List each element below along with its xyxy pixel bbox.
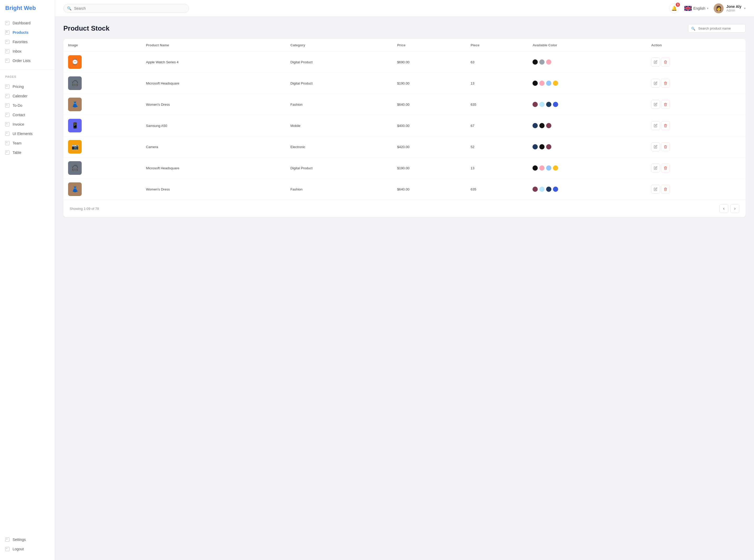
edit-product-button[interactable] xyxy=(651,58,660,66)
product-piece-cell: 13 xyxy=(466,158,528,179)
sidebar-item-todo[interactable]: To-Do xyxy=(0,101,55,110)
edit-product-button[interactable] xyxy=(651,185,660,194)
search-product-icon: 🔍 xyxy=(691,26,695,31)
header-search-icon: 🔍 xyxy=(67,6,72,11)
sidebar-item-calender[interactable]: Calender xyxy=(0,91,55,101)
ui-elements-icon xyxy=(5,132,9,136)
avatar: 👩 xyxy=(714,3,723,13)
edit-product-button[interactable] xyxy=(651,163,660,173)
edit-product-button[interactable] xyxy=(651,79,660,88)
col-price: Price xyxy=(392,39,466,52)
delete-product-button[interactable] xyxy=(661,185,670,194)
delete-product-button[interactable] xyxy=(661,58,670,66)
sidebar-item-settings[interactable]: Settings xyxy=(0,535,55,544)
header-search-input[interactable] xyxy=(63,4,189,13)
color-dot xyxy=(546,144,552,149)
product-category-cell: Mobile xyxy=(286,115,392,136)
logo: Bright Web xyxy=(0,0,55,16)
next-page-button[interactable]: › xyxy=(731,204,739,213)
pricing-icon xyxy=(5,84,9,89)
sidebar-item-favorites[interactable]: Favorites xyxy=(0,37,55,46)
product-price-cell: $190.00 xyxy=(392,158,466,179)
delete-product-button[interactable] xyxy=(661,142,670,151)
product-colors-cell xyxy=(528,136,646,158)
product-category-cell: Fashion xyxy=(286,179,392,200)
edit-product-button[interactable] xyxy=(651,121,660,130)
edit-product-button[interactable] xyxy=(651,142,660,151)
calender-icon xyxy=(5,94,9,98)
search-product-input[interactable] xyxy=(688,24,746,33)
product-category-cell: Digital Product xyxy=(286,73,392,94)
col-category: Category xyxy=(286,39,392,52)
product-image-cell: 🎧 xyxy=(63,158,141,179)
sidebar-item-invoice[interactable]: Invoice xyxy=(0,120,55,129)
user-info[interactable]: 👩 Jone Aly Admin ▾ xyxy=(714,3,746,13)
product-price-cell: $690.00 xyxy=(392,52,466,73)
notification-button[interactable]: 🔔 6 xyxy=(669,3,679,13)
bottom-nav: Settings Logout xyxy=(0,533,55,556)
color-dot xyxy=(533,81,538,86)
delete-product-button[interactable] xyxy=(661,79,670,88)
sidebar-item-label: UI Elements xyxy=(13,132,33,136)
sidebar-item-contact[interactable]: Contact xyxy=(0,110,55,120)
sidebar-item-dashboard[interactable]: Dashboard xyxy=(0,18,55,28)
header: 🔍 🔔 6 English ▾ xyxy=(55,0,754,17)
pagination-info: Showing 1-09 of 78 xyxy=(70,207,99,211)
product-piece-cell: 13 xyxy=(466,73,528,94)
page-title: Product Stock xyxy=(63,24,110,33)
product-name-cell: Women's Dress xyxy=(141,94,286,115)
edit-product-button[interactable] xyxy=(651,100,660,109)
sidebar-item-logout[interactable]: Logout xyxy=(0,544,55,554)
color-dot xyxy=(546,59,552,65)
color-dot xyxy=(533,102,538,107)
product-image: 📱 xyxy=(68,119,82,133)
table-icon xyxy=(5,151,9,155)
color-dot xyxy=(546,81,552,86)
product-price-cell: $400.00 xyxy=(392,115,466,136)
language-selector[interactable]: English ▾ xyxy=(684,6,709,11)
product-action-cell xyxy=(646,158,746,179)
sidebar-item-order-lists[interactable]: Order Lists xyxy=(0,56,55,65)
color-dot xyxy=(533,186,538,192)
col-product-name: Product Name xyxy=(141,39,286,52)
product-piece-cell: 635 xyxy=(466,94,528,115)
product-category-cell: Digital Product xyxy=(286,52,392,73)
col-available-color: Available Color xyxy=(528,39,646,52)
delete-product-button[interactable] xyxy=(661,163,670,173)
sidebar-item-team[interactable]: Team xyxy=(0,138,55,148)
page-header: Product Stock 🔍 xyxy=(63,24,746,33)
delete-product-button[interactable] xyxy=(661,100,670,109)
color-dot xyxy=(546,102,552,107)
product-name-cell: Microsoft Headsquare xyxy=(141,73,286,94)
table-row: 👗Women's DressFashion$640.00635 xyxy=(63,179,746,200)
logo-bright: Bright xyxy=(5,5,22,11)
main-area: 🔍 🔔 6 English ▾ xyxy=(55,0,754,560)
product-action-cell xyxy=(646,94,746,115)
product-name-cell: Camera xyxy=(141,136,286,158)
sidebar-item-ui-elements[interactable]: UI Elements xyxy=(0,129,55,138)
product-action-cell xyxy=(646,179,746,200)
contact-icon xyxy=(5,113,9,117)
product-name-cell: Samsung A50 xyxy=(141,115,286,136)
product-colors-cell xyxy=(528,52,646,73)
delete-product-button[interactable] xyxy=(661,121,670,130)
product-piece-cell: 52 xyxy=(466,136,528,158)
color-dot xyxy=(539,186,545,192)
color-dot xyxy=(546,165,552,171)
sidebar-item-label: Inbox xyxy=(13,49,21,53)
sidebar-item-pricing[interactable]: Pricing xyxy=(0,82,55,91)
header-right: 🔔 6 English ▾ 👩 xyxy=(669,3,746,13)
sidebar-item-label: Table xyxy=(13,151,21,155)
invoice-icon xyxy=(5,122,9,126)
color-dot xyxy=(539,59,545,65)
color-dot xyxy=(533,123,538,128)
sidebar-item-label: To-Do xyxy=(13,103,22,107)
sidebar-item-inbox[interactable]: Inbox xyxy=(0,46,55,56)
settings-icon xyxy=(5,538,9,542)
color-dot xyxy=(539,165,545,171)
sidebar-item-products[interactable]: Products xyxy=(0,28,55,37)
product-category-cell: Digital Product xyxy=(286,158,392,179)
sidebar-item-table[interactable]: Table xyxy=(0,148,55,157)
product-image: 📷 xyxy=(68,140,82,154)
prev-page-button[interactable]: ‹ xyxy=(719,204,728,213)
